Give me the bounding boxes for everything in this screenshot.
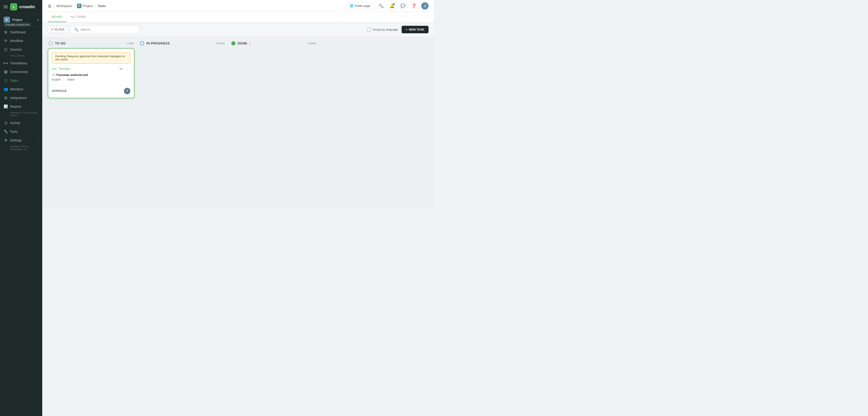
board-content: TO DO 1 task Pending: Requires approval …: [42, 37, 434, 208]
group-by-checkbox[interactable]: [367, 28, 371, 31]
hamburger-menu[interactable]: [4, 5, 8, 8]
sidebar-header: c crowdin: [0, 0, 42, 14]
breadcrumb-workspace[interactable]: Workspace: [56, 4, 72, 8]
public-page-label: Public page: [355, 4, 370, 7]
group-by-language[interactable]: Group by language: [367, 28, 398, 31]
sidebar-item-sources[interactable]: ◫ Sources ›: [0, 45, 42, 54]
filter-button[interactable]: ≡ FILTER: [48, 26, 68, 33]
settings-icon: ⚙: [4, 138, 8, 142]
task-number: #3: [52, 73, 55, 77]
target-lang: Italian: [67, 78, 75, 81]
project-initial-icon: P: [77, 4, 82, 8]
reports-arrow: ›: [38, 105, 39, 108]
breadcrumb-tasks: Tasks: [97, 4, 106, 8]
breadcrumb-workspace-label: Workspace: [56, 4, 72, 8]
breadcrumb: 🏠 › Workspace › P Project › Tasks: [48, 4, 106, 8]
user-avatar[interactable]: J: [421, 2, 429, 9]
logo-text: crowdin: [19, 5, 35, 9]
filter-label: FILTER: [55, 28, 65, 31]
sidebar-item-label: Dashboard: [10, 30, 26, 34]
col-header-inprogress: IN PROGRESS 0 tasks: [139, 41, 226, 45]
project-item[interactable]: P Project ▾ Translate android.xml: [0, 14, 42, 26]
task-footer: APPROVE T: [52, 88, 130, 94]
home-icon[interactable]: 🏠: [48, 4, 52, 8]
sidebar-item-dashboard[interactable]: ⊞ Dashboard: [0, 28, 42, 36]
breadcrumb-sep3: ›: [95, 4, 96, 8]
messages-button[interactable]: 💬: [399, 2, 407, 9]
sidebar-item-label: Translations: [10, 61, 27, 65]
public-page-button[interactable]: 🌐 Public page: [346, 2, 374, 9]
sidebar-item-tasks[interactable]: ☑ Tasks: [0, 76, 42, 85]
tab-all-tasks[interactable]: ALL TASKS: [66, 12, 90, 22]
task-more-button[interactable]: ⋮: [124, 66, 130, 71]
breadcrumb-project[interactable]: P Project: [77, 4, 93, 8]
reports-sub: Overview, Cost estimate, Transl...: [0, 111, 42, 118]
assignee-avatar: T: [124, 88, 130, 94]
topbar-actions: 🌐 Public page 🔍 🔔 💬 ❓ J: [346, 2, 429, 9]
pending-message: Pending: Requires approval from selected…: [55, 55, 127, 61]
col-title-todo: TO DO: [55, 41, 66, 45]
board-toolbar: ≡ FILTER 🔍 Group by language + NEW TASK: [42, 22, 434, 37]
col-count-done: 0 tasks: [308, 42, 316, 45]
sources-arrow: ›: [38, 48, 39, 51]
sidebar-item-settings[interactable]: ⚙ Settings ›: [0, 136, 42, 145]
column-inprogress: IN PROGRESS 0 tasks: [139, 41, 226, 98]
members-icon: 👥: [4, 87, 8, 91]
sidebar-item-integrations[interactable]: ⛓ Integrations: [0, 94, 42, 102]
sidebar-item-label: Screenshots: [10, 70, 28, 74]
task-title: #3 Translate android.xml: [52, 73, 130, 77]
project-avatar: P: [4, 16, 10, 23]
sidebar-item-activity[interactable]: ◷ Activity: [0, 118, 42, 127]
tab-board[interactable]: BOARD: [48, 12, 66, 22]
sources-icon: ◫: [4, 47, 8, 51]
project-chevron: ▾: [37, 18, 39, 22]
task-card: Pending: Requires approval from selected…: [48, 48, 134, 98]
plus-icon: +: [406, 28, 407, 31]
breadcrumb-project-name: Project: [83, 4, 93, 8]
filter-icon: ≡: [51, 28, 53, 31]
search-input[interactable]: [80, 28, 126, 31]
tasks-icon: ☑: [4, 78, 8, 82]
globe-icon: 🌐: [350, 4, 353, 7]
sidebar-item-reports[interactable]: 📊 Reports ›: [0, 102, 42, 111]
sidebar-item-translations[interactable]: ⟺ Translations: [0, 59, 42, 68]
workflow-icon: ⟳: [4, 39, 8, 43]
notifications-button[interactable]: 🔔: [388, 2, 396, 9]
col-title-done: DONE: [238, 41, 247, 45]
sidebar-item-label: Workflow: [10, 39, 23, 43]
tabs-bar: BOARD ALL TASKS: [42, 12, 434, 22]
board-columns: TO DO 1 task Pending: Requires approval …: [42, 37, 434, 103]
sidebar: c crowdin P Project ▾ Translate android.…: [0, 0, 42, 208]
search-icon: 🔍: [74, 27, 79, 32]
breadcrumb-sep2: ›: [74, 4, 75, 8]
sources-sub: Files, Strings: [0, 54, 42, 59]
sidebar-item-label: Tools: [10, 130, 18, 133]
notification-badge: [393, 3, 395, 5]
task-name: Translate android.xml: [56, 73, 88, 77]
sidebar-item-members[interactable]: 👥 Members: [0, 85, 42, 94]
sidebar-item-label: Activity: [10, 121, 20, 125]
sidebar-item-screenshots[interactable]: 🖼 Screenshots: [0, 68, 42, 76]
lang-arrow: →: [63, 78, 65, 81]
project-name: Project: [12, 18, 35, 22]
screenshots-icon: 🖼: [4, 70, 8, 74]
settings-sub: General, Privacy, Languages, Q...: [0, 145, 42, 152]
sidebar-item-label: Tasks: [10, 79, 18, 82]
new-task-label: NEW TASK: [409, 28, 425, 31]
new-task-button[interactable]: + NEW TASK: [402, 26, 429, 33]
col-header-done: DONE ℹ 0 tasks: [230, 41, 317, 45]
col-header-todo: TO DO 1 task: [48, 41, 134, 45]
help-button[interactable]: ❓: [410, 2, 417, 9]
tools-icon: 🔧: [4, 130, 8, 134]
topbar: 🏠 › Workspace › P Project › Tasks 🌐 Publ…: [42, 0, 434, 12]
grid-icon: ⊞: [4, 30, 8, 34]
activity-icon: ◷: [4, 121, 8, 125]
group-by-label: Group by language: [373, 28, 398, 31]
approve-button[interactable]: APPROVE: [52, 90, 67, 93]
status-dot-done: [231, 41, 236, 45]
logo: c crowdin: [10, 3, 35, 10]
sidebar-item-workflow[interactable]: ⟳ Workflow: [0, 36, 42, 45]
search-button[interactable]: 🔍: [377, 2, 385, 9]
status-dot-inprogress: [140, 41, 144, 45]
sidebar-item-tools[interactable]: 🔧 Tools: [0, 127, 42, 136]
